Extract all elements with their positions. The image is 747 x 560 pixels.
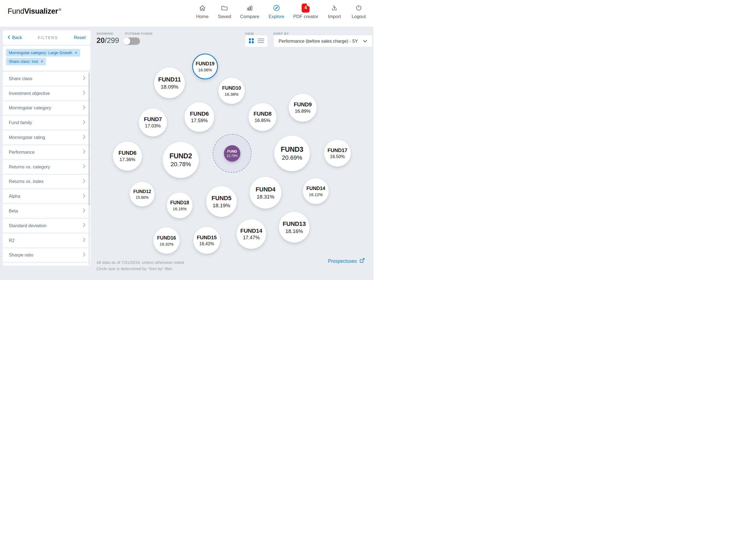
putnam-funds-toggle[interactable] — [123, 37, 140, 45]
external-link-icon — [359, 258, 365, 265]
filter-row-label: Sharpe ratio — [9, 252, 33, 258]
benchmark-bubble-core: FUND12.79% — [224, 145, 240, 161]
fund-bubble-fund2[interactable]: FUND220.78% — [163, 142, 199, 178]
nav-label-saved: Saved — [218, 14, 231, 19]
fund-bubble-fund14[interactable]: FUND1417.47% — [236, 219, 266, 249]
list-view-button[interactable] — [257, 38, 264, 45]
nav-label-import: Import — [328, 14, 341, 19]
fund-bubble-fund14[interactable]: FUND1416.12% — [303, 178, 329, 204]
filter-chip-label: Morningstar category: Large Growth — [9, 51, 72, 55]
nav-home[interactable]: Home — [196, 3, 208, 19]
data-footnote: All data as of 7/31/2019, unless otherwi… — [97, 259, 185, 272]
nav-import[interactable]: Import — [328, 3, 341, 19]
filter-row-investment-objective[interactable]: Investment objective — [3, 86, 91, 101]
fund-performance: 16.12% — [309, 192, 323, 197]
fund-performance: 18.09% — [161, 84, 178, 90]
top-bar: FundVisualizer® HomeSavedCompareExplore4… — [0, 0, 374, 27]
close-icon[interactable]: ✕ — [75, 51, 77, 55]
sort-by-label: SORT BY — [274, 32, 289, 35]
home-icon — [198, 3, 206, 12]
compass-icon — [272, 3, 281, 12]
filter-row-sharpe-ratio-vs-category[interactable]: Sharpe ratio vs. category — [3, 263, 91, 266]
chevron-right-icon — [83, 164, 85, 170]
filter-row-morningstar-category[interactable]: Morningstar category — [3, 101, 91, 116]
chevron-right-icon — [83, 91, 85, 96]
content-area: Back FILTERS Reset Morningstar category:… — [0, 27, 374, 280]
filter-row-fund-family[interactable]: Fund family — [3, 116, 91, 130]
pdf-badge-icon: 4 — [302, 4, 310, 12]
fund-name: FUND14 — [307, 186, 325, 192]
filter-row-morningstar-rating[interactable]: Morningstar rating — [3, 130, 91, 145]
fund-performance: 16.38% — [225, 92, 239, 97]
fund-performance: 17.59% — [191, 118, 208, 124]
filter-row-standard-deviation[interactable]: Standard deviation — [3, 219, 91, 233]
nav-compare[interactable]: Compare — [240, 3, 259, 19]
filter-chip[interactable]: Morningstar category: Large Growth✕ — [6, 49, 80, 57]
prospectuses-link[interactable]: Prospectuses — [328, 258, 365, 265]
filter-row-beta[interactable]: Beta — [3, 204, 91, 219]
fund-performance: 17.03% — [145, 123, 161, 129]
chevron-left-icon — [8, 35, 10, 40]
benchmark-bubble[interactable]: FUND12.79% — [213, 134, 252, 173]
filter-row-r2[interactable]: R2 — [3, 233, 91, 248]
fund-performance: 16.32% — [160, 242, 174, 246]
chevron-down-icon — [363, 39, 367, 44]
fund-bubble-fund18[interactable]: FUND1816.16% — [167, 193, 192, 218]
filter-row-label: Share class — [9, 76, 32, 81]
back-label: Back — [12, 35, 22, 40]
chevron-right-icon — [83, 149, 85, 155]
fund-name: FUND12 — [133, 189, 151, 195]
fund-bubble-fund12[interactable]: FUND1215.80% — [130, 182, 154, 206]
filter-chip[interactable]: Share class: Inst✕ — [6, 58, 46, 65]
fund-bubble-fund11[interactable]: FUND1118.09% — [154, 68, 185, 98]
sort-by-dropdown[interactable]: Performance (before sales charge) - 5Y — [274, 35, 372, 47]
chevron-right-icon — [83, 120, 85, 126]
nav-logout[interactable]: Logout — [352, 3, 366, 19]
filter-row-label: Investment objective — [9, 91, 50, 96]
fund-name: FUND5 — [212, 195, 231, 202]
scrollbar-thumb[interactable] — [88, 73, 90, 205]
fund-bubble-fund8[interactable]: FUND816.85% — [249, 103, 277, 131]
fund-name: FUND13 — [283, 221, 306, 228]
fund-bubble-fund6[interactable]: FUND617.59% — [185, 102, 214, 132]
logo-text-regular: Fund — [8, 7, 24, 15]
filter-row-performance[interactable]: Performance — [3, 145, 91, 160]
filter-row-alpha[interactable]: Alpha — [3, 189, 91, 204]
nav-explore[interactable]: Explore — [268, 3, 284, 19]
fund-performance: 16.85% — [255, 118, 271, 123]
reset-button[interactable]: Reset — [74, 35, 85, 40]
nav-label-pdf: PDF creator — [293, 14, 318, 19]
fund-bubble-fund9[interactable]: FUND916.89% — [289, 94, 317, 122]
chevron-right-icon — [83, 252, 85, 258]
fund-name: FUND17 — [328, 147, 347, 153]
fund-performance: 16.06% — [198, 68, 212, 72]
fund-bubble-fund10[interactable]: FUND1016.38% — [218, 78, 245, 104]
fund-bubble-fund5[interactable]: FUND518.19% — [206, 186, 237, 217]
fund-bubble-fund6[interactable]: FUND617.36% — [113, 142, 142, 171]
fund-bubble-fund13[interactable]: FUND1318.16% — [279, 212, 310, 243]
filter-row-returns-vs-category[interactable]: Returns vs. category — [3, 160, 91, 175]
filter-row-label: Fund family — [9, 120, 32, 125]
nav-label-compare: Compare — [240, 14, 259, 19]
fund-bubble-fund3[interactable]: FUND320.69% — [274, 136, 310, 171]
fund-name: FUND4 — [256, 186, 275, 193]
filter-row-sharpe-ratio[interactable]: Sharpe ratio — [3, 248, 91, 263]
prospectuses-label: Prospectuses — [328, 258, 357, 264]
fund-bubble-fund16[interactable]: FUND1616.32% — [153, 228, 180, 254]
close-icon[interactable]: ✕ — [41, 59, 43, 63]
app-logo[interactable]: FundVisualizer® — [8, 7, 61, 16]
view-label: VIEW — [245, 32, 254, 35]
fund-bubble-fund17[interactable]: FUND1716.50% — [324, 140, 351, 167]
fund-performance: 12.79% — [227, 154, 238, 158]
filter-row-share-class[interactable]: Share class — [3, 72, 91, 86]
fund-bubble-fund7[interactable]: FUND717.03% — [139, 108, 167, 136]
fund-bubble-fund19-selected[interactable]: FUND1916.06% — [192, 54, 218, 79]
chevron-right-icon — [83, 76, 85, 81]
back-button[interactable]: Back — [8, 35, 22, 40]
grid-view-button[interactable] — [248, 37, 255, 45]
nav-saved[interactable]: Saved — [218, 3, 231, 19]
filter-row-returns-vs-index[interactable]: Returns vs. index — [3, 175, 91, 189]
fund-bubble-fund15[interactable]: FUND1516.42% — [193, 227, 220, 254]
fund-bubble-fund4[interactable]: FUND418.31% — [250, 177, 281, 209]
nav-pdf[interactable]: 4PDF creator — [293, 3, 318, 19]
